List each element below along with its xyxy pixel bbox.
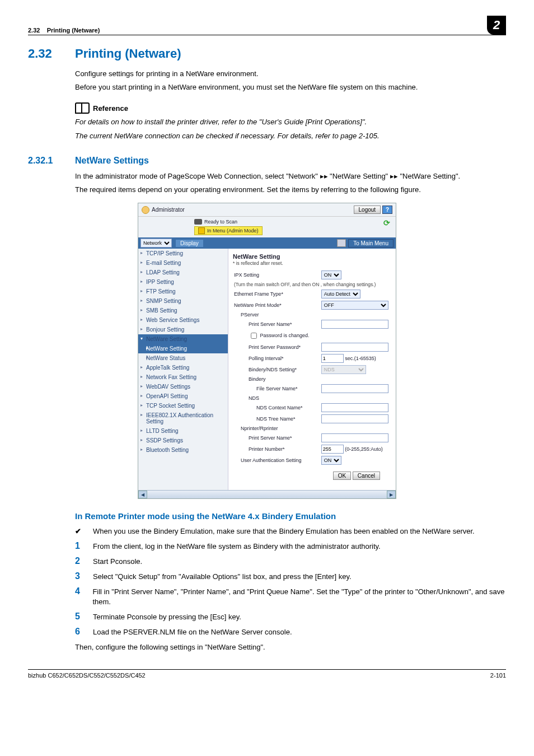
hint-printer-number: (0-255,255:Auto) bbox=[345, 446, 383, 452]
nav-tcpip[interactable]: TCP/IP Setting bbox=[138, 249, 228, 258]
nav-netware[interactable]: NetWare Setting bbox=[138, 334, 228, 344]
nav-ipp[interactable]: IPP Setting bbox=[138, 277, 228, 287]
reference-icon bbox=[75, 102, 90, 114]
input-ps-name[interactable] bbox=[321, 320, 388, 329]
select-bindery-nds: NDS bbox=[321, 365, 366, 374]
final-note: Then, configure the following settings i… bbox=[75, 642, 506, 652]
section-title: Printing (Netware) bbox=[75, 46, 181, 61]
footer-model: bizhub C652/C652DS/C552/C552DS/C452 bbox=[28, 672, 490, 679]
select-print-mode[interactable]: OFF bbox=[321, 301, 388, 310]
label-print-mode: NetWare Print Mode* bbox=[233, 300, 320, 311]
label-ps-name2: Print Server Name* bbox=[233, 432, 320, 444]
reference-label: Reference bbox=[93, 104, 128, 113]
hint-polling: sec.(1-65535) bbox=[345, 356, 376, 361]
select-eth-frame[interactable]: Auto Detect bbox=[321, 290, 360, 298]
header-section-no: 2.32 bbox=[28, 27, 40, 34]
step-number: 6 bbox=[75, 627, 83, 638]
label-fs-name: File Server Name* bbox=[233, 383, 320, 394]
step-2-text: Start Pconsole. bbox=[93, 557, 142, 567]
nav-ldap[interactable]: LDAP Setting bbox=[138, 268, 228, 277]
scroll-right-icon[interactable]: ▶ bbox=[387, 491, 396, 498]
nav-ieee8021x[interactable]: IEEE802.1X Authentication Setting bbox=[138, 410, 228, 426]
arrow-icon: ▸▸ bbox=[390, 172, 398, 180]
nav-netware-setting[interactable]: NetWare Setting bbox=[138, 344, 228, 353]
section-heading: 2.32 Printing (Netware) bbox=[28, 46, 506, 61]
nav-openapi[interactable]: OpenAPI Setting bbox=[138, 391, 228, 401]
nav-netware-status[interactable]: NetWare Status bbox=[138, 353, 228, 363]
scroll-left-icon[interactable]: ◀ bbox=[138, 491, 147, 498]
step-4-text: Fill in "Print Server Name", "Printer Na… bbox=[92, 587, 506, 608]
arrow-icon: ▸▸ bbox=[320, 172, 328, 180]
step-6-text: Load the PSERVER.NLM file on the NetWare… bbox=[93, 627, 292, 638]
ok-button[interactable]: OK bbox=[333, 472, 351, 480]
label-bindery-nds: Bindery/NDS Setting* bbox=[233, 364, 320, 375]
status-ready: Ready to Scan bbox=[204, 219, 237, 225]
label-pserver: PServer bbox=[233, 311, 391, 319]
header-section-name: Printing (Netware) bbox=[47, 27, 100, 34]
step-number: 4 bbox=[75, 587, 82, 608]
label-password-changed: Password is changed. bbox=[260, 333, 310, 338]
label-ps-name: Print Server Name* bbox=[233, 319, 320, 330]
label-ps-password: Print Server Password* bbox=[233, 342, 320, 353]
section-select[interactable]: Network bbox=[140, 239, 172, 248]
nav-email[interactable]: E-mail Setting bbox=[138, 258, 228, 268]
sub-intro-p2: The required items depend on your operat… bbox=[75, 185, 506, 195]
refresh-icon[interactable]: ⟳ bbox=[383, 218, 390, 227]
nav-lltd[interactable]: LLTD Setting bbox=[138, 426, 228, 436]
cancel-button[interactable]: Cancel bbox=[353, 472, 380, 480]
label-printer-number: Printer Number* bbox=[233, 444, 320, 455]
embedded-screenshot: Administrator Logout ? Ready to Scan In … bbox=[138, 203, 396, 499]
nav-ssdp[interactable]: SSDP Settings bbox=[138, 436, 228, 445]
display-button[interactable]: Display bbox=[175, 239, 204, 248]
label-bindery: Bindery bbox=[233, 375, 391, 383]
label-nprinter: Nprinter/Rprinter bbox=[233, 424, 391, 432]
label-nds-tree: NDS Tree Name* bbox=[233, 413, 320, 424]
subsection-title: NetWare Settings bbox=[75, 156, 149, 166]
help-button[interactable]: ? bbox=[382, 206, 392, 214]
nav-appletalk[interactable]: AppleTalk Setting bbox=[138, 363, 228, 372]
main-menu-icon bbox=[337, 239, 346, 247]
nav-webdav[interactable]: WebDAV Settings bbox=[138, 382, 228, 391]
status-menu-mode: In Menu (Admin Mode) bbox=[207, 228, 259, 234]
form-note: * is reflected after reset. bbox=[233, 260, 391, 266]
nav-smb[interactable]: SMB Setting bbox=[138, 306, 228, 315]
user-icon bbox=[142, 206, 149, 214]
label-ipx: IPX Setting bbox=[233, 269, 320, 281]
horizontal-scrollbar[interactable]: ◀ ▶ bbox=[138, 490, 396, 498]
footer-page: 2-101 bbox=[490, 672, 506, 679]
sidebar-nav: TCP/IP Setting E-mail Setting LDAP Setti… bbox=[138, 249, 228, 490]
nav-webservice[interactable]: Web Service Settings bbox=[138, 315, 228, 325]
form-panel: NetWare Setting * is reflected after res… bbox=[228, 249, 396, 490]
intro-p1: Configure settings for printing in a Net… bbox=[75, 69, 506, 79]
nav-ftp[interactable]: FTP Setting bbox=[138, 287, 228, 296]
nav-snmp[interactable]: SNMP Setting bbox=[138, 296, 228, 306]
nav-tcpsocket[interactable]: TCP Socket Setting bbox=[138, 401, 228, 410]
to-main-menu-button[interactable]: To Main Menu bbox=[348, 239, 394, 248]
reference-line1: For details on how to install the printe… bbox=[75, 117, 506, 127]
input-polling[interactable] bbox=[321, 354, 344, 363]
section-number: 2.32 bbox=[28, 46, 62, 61]
hint-ipx: (Turn the main switch OFF, and then ON ,… bbox=[233, 281, 391, 288]
input-printer-number[interactable] bbox=[321, 445, 344, 454]
form-title: NetWare Setting bbox=[233, 253, 391, 260]
checkbox-password-changed[interactable] bbox=[251, 333, 257, 339]
nav-bluetooth[interactable]: Bluetooth Setting bbox=[138, 445, 228, 455]
procedure-heading: In Remote Printer mode using the NetWare… bbox=[75, 511, 506, 521]
printer-icon bbox=[194, 219, 202, 225]
sub-intro-p1: In the administrator mode of PageScope W… bbox=[75, 171, 506, 181]
step-3-text: Select "Quick Setup" from "Available Opt… bbox=[93, 572, 352, 582]
select-ipx[interactable]: ON bbox=[321, 270, 341, 279]
label-nds-context: NDS Context Name* bbox=[233, 402, 320, 413]
select-user-auth[interactable]: ON bbox=[321, 456, 341, 465]
nav-networkfax[interactable]: Network Fax Setting bbox=[138, 372, 228, 382]
label-polling: Polling Interval* bbox=[233, 353, 320, 364]
nav-bonjour[interactable]: Bonjour Setting bbox=[138, 325, 228, 334]
input-nds-context[interactable] bbox=[321, 403, 388, 412]
input-fs-name[interactable] bbox=[321, 384, 388, 393]
step-number: 5 bbox=[75, 612, 83, 623]
input-nds-tree[interactable] bbox=[321, 414, 388, 423]
logout-button[interactable]: Logout bbox=[354, 206, 381, 214]
input-ps-password[interactable] bbox=[321, 343, 388, 352]
input-ps-name2[interactable] bbox=[321, 433, 388, 442]
subsection-number: 2.32.1 bbox=[28, 156, 62, 166]
